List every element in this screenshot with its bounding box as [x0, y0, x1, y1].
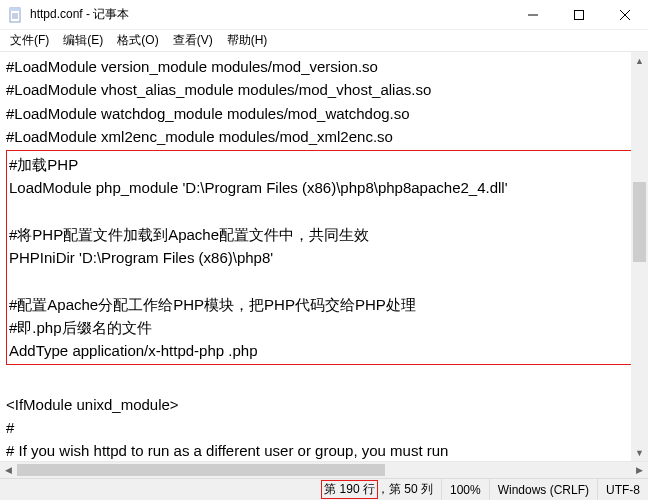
status-encoding: UTF-8: [597, 479, 648, 500]
status-line: 第 190 行: [321, 480, 378, 499]
statusbar: 第 190 行，第 50 列 100% Windows (CRLF) UTF-8: [0, 478, 648, 500]
menu-view[interactable]: 查看(V): [167, 30, 219, 51]
titlebar-left: httpd.conf - 记事本: [0, 6, 129, 23]
highlighted-block: #加载PHP LoadModule php_module 'D:\Program…: [6, 150, 642, 365]
menu-file[interactable]: 文件(F): [4, 30, 55, 51]
scroll-v-track[interactable]: [631, 69, 648, 444]
close-button[interactable]: [602, 0, 648, 30]
minimize-button[interactable]: [510, 0, 556, 30]
scroll-h-track[interactable]: [17, 462, 631, 478]
window-title: httpd.conf - 记事本: [30, 6, 129, 23]
maximize-button[interactable]: [556, 0, 602, 30]
text-editor[interactable]: #LoadModule version_module modules/mod_v…: [0, 52, 648, 461]
scroll-left-icon[interactable]: ◀: [0, 462, 17, 479]
svg-rect-6: [575, 10, 584, 19]
scroll-right-icon[interactable]: ▶: [631, 462, 648, 479]
status-zoom: 100%: [441, 479, 489, 500]
editor-text-highlight: #加载PHP LoadModule php_module 'D:\Program…: [9, 156, 508, 359]
menu-help[interactable]: 帮助(H): [221, 30, 274, 51]
titlebar: httpd.conf - 记事本: [0, 0, 648, 30]
horizontal-scrollbar[interactable]: ◀ ▶: [0, 461, 648, 478]
scroll-down-icon[interactable]: ▼: [631, 444, 648, 461]
editor-text-pre: #LoadModule version_module modules/mod_v…: [6, 58, 431, 145]
vertical-scrollbar[interactable]: ▲ ▼: [631, 52, 648, 461]
scroll-up-icon[interactable]: ▲: [631, 52, 648, 69]
content-area: #LoadModule version_module modules/mod_v…: [0, 52, 648, 478]
editor-text-post: <IfModule unixd_module> # # If you wish …: [6, 396, 448, 462]
menu-format[interactable]: 格式(O): [111, 30, 164, 51]
menu-edit[interactable]: 编辑(E): [57, 30, 109, 51]
scroll-h-thumb[interactable]: [17, 464, 385, 476]
scroll-v-thumb[interactable]: [633, 182, 646, 262]
window-controls: [510, 0, 648, 30]
status-eol: Windows (CRLF): [489, 479, 597, 500]
status-line-col: 第 190 行，第 50 列: [313, 479, 441, 500]
svg-rect-1: [10, 8, 20, 11]
notepad-app-icon: [8, 7, 24, 23]
menubar: 文件(F) 编辑(E) 格式(O) 查看(V) 帮助(H): [0, 30, 648, 52]
status-col: 第 50 列: [389, 481, 433, 498]
